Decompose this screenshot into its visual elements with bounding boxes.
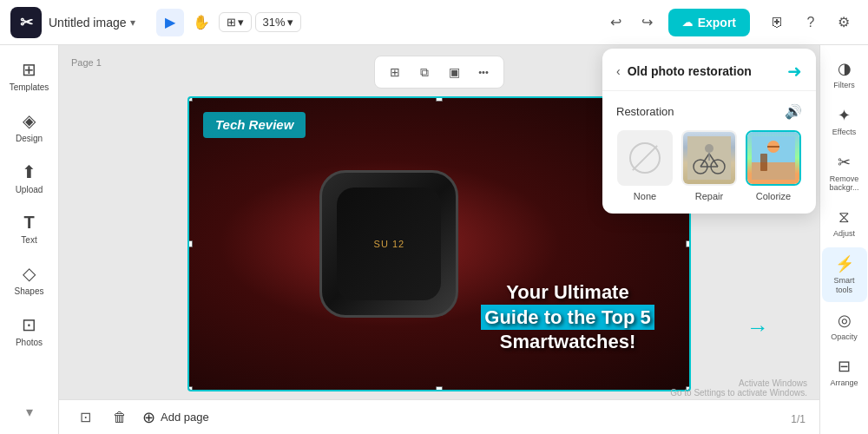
zoom-control[interactable]: 31% ▾ xyxy=(255,12,301,32)
right-panel-smart-tools[interactable]: ⚡ Smart tools xyxy=(822,247,867,302)
view-icon: ⊞ xyxy=(227,16,236,29)
sidebar-item-templates-label: Templates xyxy=(10,82,49,93)
restoration-option-none[interactable]: None xyxy=(616,130,674,201)
view-chevron-icon: ▾ xyxy=(238,16,244,29)
undo-redo-controls: ↩ ↪ xyxy=(602,9,661,36)
document-title-area[interactable]: Untitled image ▾ xyxy=(49,16,135,30)
popup-header: ‹ Old photo restoration ➜ xyxy=(602,49,816,91)
document-title: Untitled image xyxy=(49,16,127,30)
canvas-bottom-bar: ⊡ 🗑 ⊕ Add page 1/1 xyxy=(59,399,819,434)
app-logo: ✂ xyxy=(10,7,42,38)
zoom-level: 31% xyxy=(263,16,286,29)
templates-icon: ⊞ xyxy=(22,59,36,80)
restoration-section-label: Restoration xyxy=(616,105,674,118)
adjust-label: Adjust xyxy=(833,229,855,239)
colorize-option-label: Colorize xyxy=(756,191,791,201)
sidebar-item-upload[interactable]: ⬆ Upload xyxy=(5,155,54,202)
sound-icon[interactable]: 🔊 xyxy=(785,103,802,120)
popup-title: Old photo restoration xyxy=(628,64,780,78)
svg-point-6 xyxy=(705,144,713,153)
right-panel-remove-bg[interactable]: ✂ Remove backgr... xyxy=(822,146,867,201)
add-page-label: Add page xyxy=(161,411,209,424)
windows-watermark: Activate Windows Go to Settings to activ… xyxy=(670,378,807,398)
selection-handle-r[interactable] xyxy=(686,240,691,247)
colorize-figure xyxy=(747,132,799,184)
add-page-icon: ⊕ xyxy=(142,408,155,427)
svg-rect-10 xyxy=(760,154,767,171)
headline-1: Your Ultimate xyxy=(506,281,628,303)
left-sidebar: ⊞ Templates ◈ Design ⬆ Upload T Text ◇ S… xyxy=(0,45,59,434)
sidebar-item-upload-label: Upload xyxy=(16,185,43,195)
restoration-option-colorize[interactable]: Colorize xyxy=(745,130,802,201)
add-page-button[interactable]: ⊕ Add page xyxy=(142,408,209,427)
text-icon: T xyxy=(23,213,34,233)
export-label: Export xyxy=(698,16,736,30)
canvas-grid-button[interactable]: ⊞ xyxy=(382,60,408,84)
sidebar-item-templates[interactable]: ⊞ Templates xyxy=(5,52,54,100)
remove-bg-label: Remove backgr... xyxy=(825,174,864,194)
upload-icon: ⬆ xyxy=(22,161,36,182)
sidebar-item-photos-label: Photos xyxy=(16,338,43,348)
select-tool-button[interactable]: ▶ xyxy=(156,9,184,36)
sidebar-item-text[interactable]: T Text xyxy=(5,206,54,253)
redo-button[interactable]: ↪ xyxy=(634,9,661,36)
design-icon: ◈ xyxy=(23,110,36,131)
canvas-more-button[interactable]: ••• xyxy=(470,60,496,84)
selection-handle-l[interactable] xyxy=(187,240,193,247)
export-icon: ☁ xyxy=(682,16,693,29)
undo-button[interactable]: ↩ xyxy=(602,9,630,36)
help-button[interactable]: ? xyxy=(797,9,825,36)
sidebar-item-design[interactable]: ◈ Design xyxy=(5,103,54,151)
sidebar-item-text-label: Text xyxy=(21,235,36,246)
page-label: Page 1 xyxy=(71,57,102,68)
adjust-icon: ⧖ xyxy=(838,208,850,227)
tech-review-text: Tech Review xyxy=(215,117,293,132)
title-chevron-icon: ▾ xyxy=(130,16,135,29)
right-panel-filters[interactable]: ◑ Filters xyxy=(822,52,867,97)
restoration-options: None xyxy=(616,130,802,201)
save-to-cloud-button[interactable]: ⊡ xyxy=(73,405,97,430)
sidebar-item-shapes[interactable]: ◇ Shapes xyxy=(5,256,54,304)
arrange-label: Arrange xyxy=(830,378,858,388)
export-button[interactable]: ☁ Export xyxy=(668,9,750,36)
popup-arrow-icon: ➜ xyxy=(787,61,802,82)
popup-back-button[interactable]: ‹ xyxy=(616,64,621,78)
sidebar-item-photos[interactable]: ⊡ Photos xyxy=(5,307,54,355)
canvas-frame-button[interactable]: ▣ xyxy=(441,60,467,84)
right-panel: ◑ Filters ✦ Effects ✂ Remove backgr... ⧖… xyxy=(819,45,868,434)
colorize-option-image xyxy=(746,130,801,186)
selection-handle-tl[interactable] xyxy=(187,96,193,102)
right-panel-effects[interactable]: ✦ Effects xyxy=(822,99,867,144)
selection-handle-t[interactable] xyxy=(436,96,443,102)
filters-label: Filters xyxy=(833,81,855,90)
delete-page-button[interactable]: 🗑 xyxy=(108,405,132,430)
restoration-label-row: Restoration 🔊 xyxy=(616,103,802,120)
none-option-label: None xyxy=(634,191,656,201)
page-indicator: 1/1 xyxy=(791,413,806,425)
selection-handle-bl[interactable] xyxy=(187,386,193,391)
hand-tool-button[interactable]: ✋ xyxy=(187,9,215,36)
right-panel-adjust[interactable]: ⧖ Adjust xyxy=(822,201,867,246)
opacity-icon: ◎ xyxy=(838,311,852,330)
canvas-toolbar: ⊞ ⧉ ▣ ••• xyxy=(374,56,504,89)
shield-button[interactable]: ⛨ xyxy=(764,9,792,36)
repair-option-image xyxy=(681,130,737,186)
none-circle xyxy=(629,142,661,174)
canvas-text-overlay: Your Ultimate Guide to the Top 5 Smartwa… xyxy=(455,280,681,355)
settings-button[interactable]: ⚙ xyxy=(830,9,858,36)
selection-handle-b[interactable] xyxy=(436,386,443,391)
right-panel-opacity[interactable]: ◎ Opacity xyxy=(822,304,867,349)
toolbar-tools: ▶ ✋ ⊞ ▾ 31% ▾ xyxy=(156,9,595,36)
repair-bike-figure xyxy=(683,132,735,184)
repair-option-label: Repair xyxy=(695,191,723,201)
view-control[interactable]: ⊞ ▾ xyxy=(219,12,252,32)
svg-rect-9 xyxy=(752,162,795,180)
right-panel-arrange[interactable]: ⊟ Arrange xyxy=(822,350,867,395)
arrange-icon: ⊟ xyxy=(838,357,851,376)
restoration-popup: ‹ Old photo restoration ➜ Restoration 🔊 … xyxy=(602,49,816,214)
topbar-right-icons: ⛨ ? ⚙ xyxy=(764,9,858,36)
sidebar-item-design-label: Design xyxy=(16,134,43,144)
restoration-option-repair[interactable]: Repair xyxy=(681,130,738,201)
canvas-layers-button[interactable]: ⧉ xyxy=(411,60,437,84)
sidebar-collapse-button[interactable]: ▾ xyxy=(5,397,54,427)
